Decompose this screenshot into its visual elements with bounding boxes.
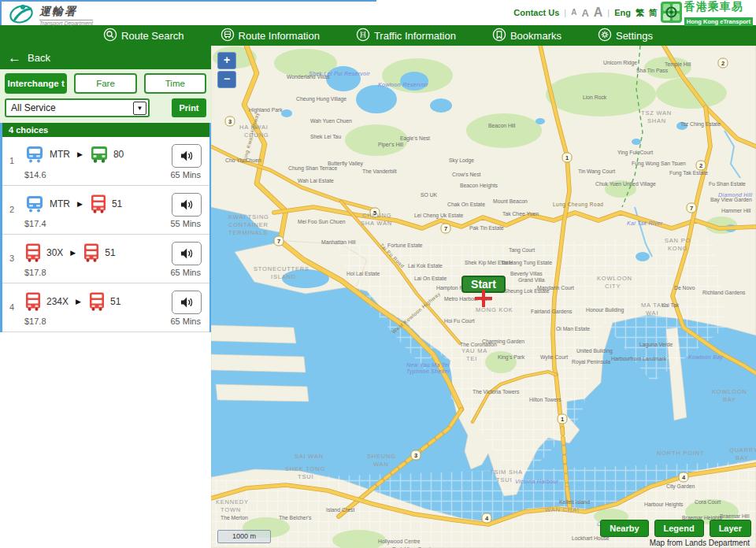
route-shield-number: 7 (277, 238, 280, 245)
transport-department-logo[interactable]: 運輸署 Transport Department (8, 2, 93, 28)
map-label: ISLAND (271, 273, 296, 280)
lang---button[interactable]: 繁 (636, 7, 644, 19)
nav-item-traffic-information[interactable]: Traffic Information (356, 28, 456, 44)
water-body (326, 66, 361, 91)
nav-item-bookmarks[interactable]: Bookmarks (492, 28, 561, 44)
audio-button[interactable] (172, 193, 202, 217)
map-label: Beacon Heights (460, 183, 498, 189)
map-label: TSUI (298, 473, 313, 480)
route-option-3[interactable]: 3 30X▶ 51 $17.8 65 Mins (2, 235, 209, 283)
nav-item-label: Bookmarks (510, 30, 561, 42)
route-shield-number: 1 (565, 154, 569, 161)
font-size-medium-button[interactable]: A (581, 8, 588, 18)
map-legend-button[interactable]: Legend (654, 520, 704, 537)
map-label: Shek Lei Pui Reservoir (309, 71, 370, 76)
double-decker-bus-icon (83, 243, 100, 262)
map-label: Sky Lodge (449, 157, 474, 164)
route-shield-number: 3 (228, 118, 232, 125)
water-body (400, 72, 428, 91)
map-label: KWAI TSING (228, 213, 269, 220)
water-body (636, 252, 650, 261)
separator: | (564, 8, 566, 17)
service-filter-select[interactable]: All Service ▼ (5, 98, 150, 117)
interchange-arrow-icon: ▶ (77, 150, 83, 158)
map-label: Harbourfront Landmark (611, 356, 667, 361)
map-label: Tin Wang Court (578, 168, 615, 175)
map-label: Kellett Island (559, 499, 590, 505)
map-label: Lai On Estate (414, 276, 447, 281)
route-legs: MTR▶ 80 (24, 146, 124, 163)
dropdown-arrow-icon[interactable]: ▼ (133, 102, 146, 115)
map-label: KENNEDY (216, 498, 249, 505)
audio-button[interactable] (172, 144, 202, 168)
route-list: 4 choices 1 MTR▶ 80 $14.6 65 Mins 2 MTR▶ (0, 123, 211, 332)
search-icon (103, 28, 117, 44)
map-label: Eagle's Nest (400, 135, 430, 142)
dept-name-cn: 運輸署 (39, 5, 93, 20)
route-fare: $17.8 (24, 317, 46, 326)
water-body (281, 109, 292, 117)
lang-eng-button[interactable]: Eng (614, 8, 631, 17)
print-button[interactable]: Print (172, 98, 206, 117)
tab-fare[interactable]: Fare (74, 73, 136, 94)
back-button[interactable]: ← Back (0, 46, 211, 69)
start-marker-cross-icon (475, 290, 492, 307)
screen-edge-left (0, 0, 2, 25)
map-label: QUARRY (729, 446, 756, 454)
map-label: Oi Man Estate (556, 326, 590, 331)
nav-item-route-search[interactable]: Route Search (103, 28, 184, 44)
map-label: Harbour Heights (644, 502, 684, 508)
route-legs: 234X▶ 51 (24, 292, 120, 311)
leg-label: 234X (46, 296, 69, 307)
map-label: Victoria Harbour (515, 479, 559, 484)
map-nearby-button[interactable]: Nearby (600, 520, 648, 537)
interchange-arrow-icon: ▶ (70, 249, 76, 257)
route-option-4[interactable]: 4 234X▶ 51 $17.8 65 Mins (2, 283, 209, 332)
tab-interchange-t[interactable]: Interchange t (5, 73, 67, 94)
audio-button[interactable] (172, 242, 202, 265)
map-label: Chuk Yuen United Village (595, 181, 656, 187)
map-label: Fu Shan Estate (709, 181, 746, 187)
interchange-arrow-icon: ▶ (76, 298, 81, 305)
map-label: CITY (605, 283, 621, 290)
route-option-2[interactable]: 2 MTR▶ 51 $17.4 55 Mins (2, 186, 209, 235)
gear-icon (598, 28, 612, 44)
leg-label: 51 (105, 247, 115, 258)
contact-us-link[interactable]: Contact Us (513, 8, 559, 17)
map-label: SAN PO (665, 237, 691, 244)
nav-item-settings[interactable]: Settings (598, 28, 653, 44)
map-attribution: Map from Lands Department (650, 539, 750, 547)
map-label: Unicorn Ridge (603, 60, 637, 66)
map-label: CONTAINER (228, 221, 269, 228)
zoom-in-button[interactable]: + (217, 52, 236, 69)
nav-item-route-information[interactable]: Route Information (220, 28, 320, 44)
zoom-out-button[interactable]: − (217, 71, 236, 88)
filter-panel: Interchange tFareTime All Service ▼ Prin… (0, 69, 211, 123)
map-label: CHEUNG (362, 212, 391, 219)
tab-time[interactable]: Time (144, 73, 206, 94)
map-label: Fung Tak Estate (669, 170, 708, 176)
map-label: TSZ WAN (641, 109, 672, 117)
header: 運輸署 Transport Department Contact Us|AAA|… (0, 0, 756, 25)
map-label: United Building (576, 348, 613, 354)
font-size-large-button[interactable]: A (594, 6, 603, 19)
route-index: 4 (9, 302, 14, 312)
map-canvas[interactable]: 375713472214HA KWAICHUNGCHEUNGSHA WANTSZ… (211, 46, 756, 548)
audio-button[interactable] (172, 291, 202, 314)
double-decker-bus-icon (24, 292, 42, 311)
route-shield-number: 1 (561, 416, 564, 423)
font-size-small-button[interactable]: A (571, 9, 576, 17)
route-option-1[interactable]: 1 MTR▶ 80 $14.6 65 Mins (2, 137, 209, 186)
map-label: Crow's Nest (452, 172, 481, 177)
route-shield-number: 7 (690, 205, 693, 212)
map-label: Laguna Verde (639, 342, 673, 348)
route-legs: MTR▶ 51 (24, 194, 122, 213)
map-label: STONECUTTERS (254, 265, 309, 272)
map-layer-button[interactable]: Layer (710, 520, 751, 537)
etransport-logo[interactable]: 香港乘車易 Hong Kong eTransport (661, 1, 753, 27)
leg-label: 51 (112, 198, 122, 209)
map-label: NORTH POINT (657, 450, 704, 457)
lang---button[interactable]: 简 (649, 7, 658, 19)
map-label: Island Crest (326, 507, 354, 513)
start-marker[interactable]: Start (461, 276, 506, 293)
